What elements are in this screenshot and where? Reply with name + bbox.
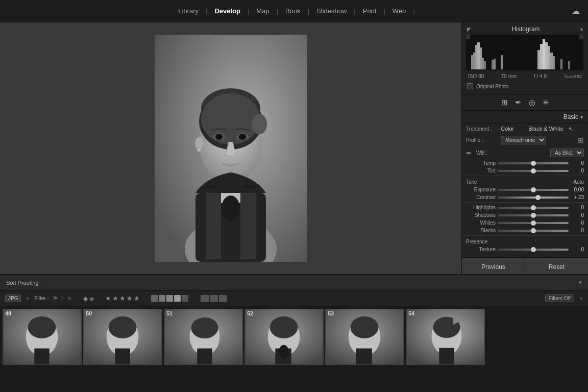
svg-rect-32 xyxy=(537,50,540,69)
nav-library[interactable]: Library xyxy=(173,5,204,17)
film-thumb-54[interactable]: 54 xyxy=(406,309,485,365)
filter-color2-icon[interactable]: ◆ xyxy=(89,295,94,302)
redeye-tool-icon[interactable]: ◎ xyxy=(529,98,535,107)
film-thumb-53[interactable]: 53 xyxy=(325,309,404,365)
profile-label: Profile : xyxy=(466,137,497,143)
cloud-icon[interactable]: ☁ xyxy=(572,6,580,16)
treatment-color[interactable]: Color xyxy=(501,126,514,132)
star-1-icon[interactable]: ★ xyxy=(105,295,111,302)
highlights-track[interactable] xyxy=(498,207,569,209)
texture-track[interactable] xyxy=(498,249,569,251)
jpg-badge[interactable]: JPG xyxy=(5,295,21,302)
treatment-row: Treatment : Color Black & White ↖ xyxy=(462,124,588,134)
texture-slider-row: Texture 0 xyxy=(462,246,588,253)
whites-value[interactable]: 0 xyxy=(571,220,584,226)
filter-flag-icon[interactable]: ⚑ xyxy=(53,295,58,302)
divider-3 xyxy=(462,235,588,236)
svg-rect-68 xyxy=(356,349,372,364)
highlights-value[interactable]: 0 xyxy=(571,205,584,210)
nav-slideshow[interactable]: Slideshow xyxy=(311,5,352,17)
soft-proofing-chevron-icon[interactable]: ▾ xyxy=(579,279,582,286)
nav-book[interactable]: Book xyxy=(280,5,306,17)
previous-button[interactable]: Previous xyxy=(462,258,525,274)
star-4-icon[interactable]: ★ xyxy=(127,295,133,302)
star-5-icon[interactable]: ★ xyxy=(134,295,140,302)
svg-rect-20 xyxy=(244,185,256,188)
tint-thumb[interactable] xyxy=(531,168,536,174)
contrast-thumb[interactable] xyxy=(535,195,541,200)
reset-button[interactable]: Reset xyxy=(525,258,588,274)
divider-2 xyxy=(462,202,588,203)
label-red[interactable] xyxy=(151,295,158,302)
film-thumb-50[interactable]: 50 xyxy=(83,309,162,365)
adjustments-tool-icon[interactable]: ✳ xyxy=(543,98,549,107)
svg-rect-27 xyxy=(482,58,484,69)
contrast-value[interactable]: + 23 xyxy=(571,194,584,200)
shadows-thumb[interactable] xyxy=(531,213,536,218)
nav-print[interactable]: Print xyxy=(358,5,382,17)
label-green[interactable] xyxy=(166,295,173,302)
profile-grid-icon[interactable]: ⊞ xyxy=(578,136,584,144)
histogram-collapse-icon[interactable]: ▾ xyxy=(580,27,583,32)
filter-x-icon[interactable]: ✕ xyxy=(67,295,72,302)
crop-tool-icon[interactable]: ⊞ xyxy=(501,98,508,107)
presence-label: Presence xyxy=(466,239,487,244)
blacks-value[interactable]: 0 xyxy=(571,228,584,233)
whites-thumb[interactable] xyxy=(531,220,536,226)
nav-web[interactable]: Web xyxy=(387,5,411,17)
filter-color1-icon[interactable]: ◆ xyxy=(83,295,88,302)
shadows-value[interactable]: 0 xyxy=(571,212,584,218)
view-detail-icon[interactable] xyxy=(210,295,218,302)
star-3-icon[interactable]: ★ xyxy=(119,295,126,302)
film-thumb-49[interactable]: 49 xyxy=(3,309,82,365)
treatment-bw[interactable]: Black & White xyxy=(528,126,563,132)
star-2-icon[interactable]: ★ xyxy=(112,295,118,302)
nav-develop[interactable]: Develop xyxy=(209,5,246,17)
profile-row: Profile : Monochrome ⊞ xyxy=(462,134,588,146)
wb-select[interactable]: As Shot xyxy=(550,149,584,157)
blacks-thumb[interactable] xyxy=(531,228,536,233)
whites-track[interactable] xyxy=(498,222,569,224)
view-icons xyxy=(201,295,227,302)
contrast-track[interactable] xyxy=(498,197,569,199)
shadows-track[interactable] xyxy=(498,214,569,216)
soft-proofing-label: Soft Proofing xyxy=(6,280,39,286)
temp-value[interactable]: 0 xyxy=(571,160,584,166)
svg-rect-73 xyxy=(439,348,454,364)
histogram-shutter: ¹⁄₄₀₀ sec xyxy=(564,74,582,79)
wb-eyedropper-icon[interactable]: ✒ xyxy=(466,149,472,157)
highlights-thumb[interactable] xyxy=(531,205,536,210)
exposure-thumb[interactable] xyxy=(531,187,536,192)
exposure-value[interactable]: 0.00 xyxy=(571,187,584,192)
exposure-track[interactable] xyxy=(498,189,569,191)
eyedropper-tool-icon[interactable]: ✒ xyxy=(515,98,522,107)
auto-button[interactable]: Auto xyxy=(573,179,584,185)
temp-track[interactable] xyxy=(498,162,569,164)
svg-rect-34 xyxy=(543,39,545,69)
film-number-51: 51 xyxy=(166,310,173,316)
tint-value[interactable]: 0 xyxy=(571,168,584,174)
label-yellow[interactable] xyxy=(159,295,165,302)
profile-select[interactable]: Monochrome xyxy=(501,136,546,144)
scroll-arrow-right-icon[interactable]: ▶ xyxy=(453,316,459,326)
tint-track[interactable] xyxy=(498,170,569,172)
temp-thumb[interactable] xyxy=(531,161,536,166)
film-thumb-51[interactable]: 51 xyxy=(164,309,243,365)
view-compare-icon[interactable] xyxy=(219,295,227,302)
film-thumb-52[interactable]: 52 xyxy=(244,309,324,365)
label-blue[interactable] xyxy=(174,295,181,302)
svg-rect-19 xyxy=(206,185,217,188)
label-purple[interactable] xyxy=(182,295,188,302)
texture-thumb[interactable] xyxy=(531,247,536,252)
basic-section: Basic ▾ Treatment : Color Black & White … xyxy=(462,111,588,255)
nav-sep-5: | xyxy=(354,7,355,15)
nav-map[interactable]: Map xyxy=(251,5,274,17)
texture-value[interactable]: 0 xyxy=(571,247,584,252)
filters-off-button[interactable]: Filters Off xyxy=(545,295,574,302)
basic-collapse-icon[interactable]: ▾ xyxy=(580,114,583,120)
filmstrip-scroll[interactable]: 49 50 51 xyxy=(0,306,588,368)
view-grid-icon[interactable] xyxy=(201,295,209,302)
blacks-track[interactable] xyxy=(498,230,569,232)
original-photo-checkbox[interactable] xyxy=(467,83,473,89)
filter-flag2-icon[interactable]: ⚐ xyxy=(60,295,65,302)
